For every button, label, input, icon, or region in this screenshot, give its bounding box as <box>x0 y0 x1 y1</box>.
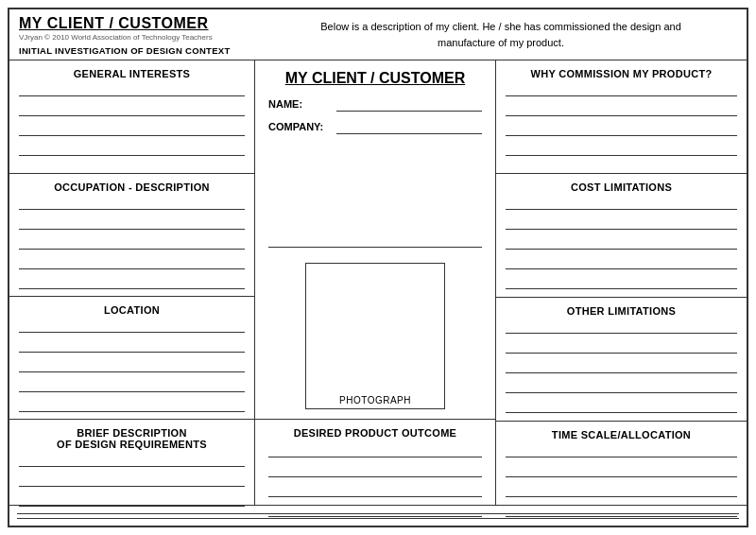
why-commission-label: WHY COMMISSION MY PRODUCT? <box>506 68 737 79</box>
main-content: GENERAL INTERESTS OCCUPATION - DESCRIPTI… <box>9 60 747 505</box>
line <box>19 256 245 269</box>
line <box>19 359 245 372</box>
why-commission-lines <box>506 83 737 156</box>
cost-limitations-section: COST LIMITATIONS <box>496 174 747 298</box>
desired-outcome-label: DESIRED PRODUCT OUTCOME <box>268 427 482 439</box>
name-label: NAME: <box>268 98 336 110</box>
line <box>268 464 482 477</box>
line <box>268 484 482 497</box>
line <box>506 236 737 250</box>
line <box>506 197 737 210</box>
bottom-line-2 <box>17 518 739 519</box>
line <box>506 340 737 354</box>
line <box>19 454 245 467</box>
line <box>506 143 737 156</box>
line <box>19 197 245 210</box>
left-column: GENERAL INTERESTS OCCUPATION - DESCRIPTI… <box>9 60 255 505</box>
line <box>506 256 737 269</box>
general-interests-label: GENERAL INTERESTS <box>19 68 245 79</box>
why-commission-section: WHY COMMISSION MY PRODUCT? <box>496 60 747 174</box>
page-container: MY CLIENT / CUSTOMER VJryan © 2010 World… <box>8 8 748 527</box>
line <box>506 320 737 334</box>
line <box>19 319 245 333</box>
line <box>268 444 482 457</box>
line <box>19 339 245 353</box>
other-lines <box>506 320 737 413</box>
header-main-title: MY CLIENT / CUSTOMER <box>19 15 265 32</box>
location-lines <box>19 319 245 412</box>
header: MY CLIENT / CUSTOMER VJryan © 2010 World… <box>9 9 747 60</box>
company-field[interactable] <box>336 119 482 134</box>
brief-label-line1: BRIEF DESCRIPTION <box>77 427 186 439</box>
line <box>506 103 737 116</box>
company-row: COMPANY: <box>268 119 482 134</box>
bottom-bar <box>9 505 747 526</box>
line <box>19 83 245 96</box>
cost-limitations-label: COST LIMITATIONS <box>506 181 737 193</box>
line <box>19 399 245 412</box>
line <box>19 123 245 136</box>
header-description-text: Below is a description of my client. He … <box>320 21 681 48</box>
header-subtitle: INITIAL INVESTIGATION OF DESIGN CONTEXT <box>19 45 265 56</box>
line <box>506 83 737 96</box>
header-copyright: VJryan © 2010 World Association of Techn… <box>19 33 265 42</box>
line <box>19 143 245 156</box>
line <box>19 379 245 392</box>
photo-box: PHOTOGRAPH <box>305 263 445 409</box>
company-label: COMPANY: <box>268 121 336 132</box>
line <box>506 464 737 477</box>
name-field[interactable] <box>336 96 482 112</box>
header-description: Below is a description of my client. He … <box>265 15 737 50</box>
line <box>506 360 737 373</box>
center-column: MY CLIENT / CUSTOMER NAME: COMPANY: PHOT… <box>255 60 496 505</box>
header-left: MY CLIENT / CUSTOMER VJryan © 2010 World… <box>19 15 265 56</box>
line <box>506 380 737 393</box>
right-column: WHY COMMISSION MY PRODUCT? COST LIMITATI… <box>496 60 747 505</box>
timescale-label: TIME SCALE/ALLOCATION <box>506 429 737 440</box>
line <box>19 276 245 289</box>
general-interests-section: GENERAL INTERESTS <box>9 60 254 174</box>
line <box>19 216 245 230</box>
line <box>506 400 737 413</box>
line <box>506 276 737 289</box>
line <box>506 444 737 457</box>
brief-label-line2: OF DESIGN REQUIREMENTS <box>57 439 207 450</box>
bottom-line-1 <box>17 513 739 514</box>
center-title: MY CLIENT / CUSTOMER <box>285 70 466 87</box>
line <box>506 123 737 136</box>
other-limitations-section: OTHER LIMITATIONS <box>496 298 747 422</box>
occupation-section: OCCUPATION - DESCRIPTION <box>9 174 254 297</box>
line <box>506 484 737 497</box>
cost-lines <box>506 197 737 289</box>
occupation-lines <box>19 197 245 289</box>
center-top: MY CLIENT / CUSTOMER NAME: COMPANY: PHOT… <box>255 60 495 420</box>
line <box>19 474 245 487</box>
extra-line <box>268 142 482 248</box>
photo-label: PHOTOGRAPH <box>339 392 411 408</box>
line <box>19 236 245 250</box>
general-interests-lines <box>19 83 245 156</box>
location-label: LOCATION <box>19 304 245 316</box>
line <box>19 103 245 116</box>
line <box>506 216 737 230</box>
name-row: NAME: <box>268 96 482 112</box>
location-section: LOCATION <box>9 297 254 420</box>
occupation-label: OCCUPATION - DESCRIPTION <box>19 181 245 193</box>
other-limitations-label: OTHER LIMITATIONS <box>506 305 737 317</box>
brief-label: BRIEF DESCRIPTION OF DESIGN REQUIREMENTS <box>19 427 245 450</box>
